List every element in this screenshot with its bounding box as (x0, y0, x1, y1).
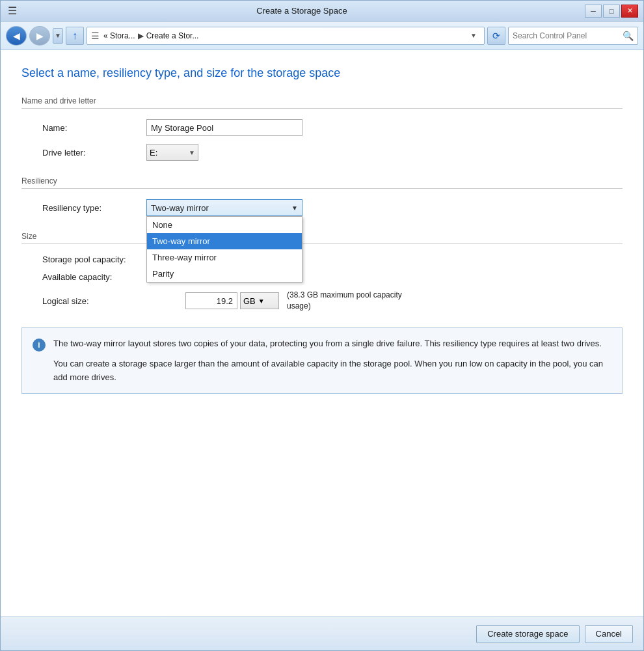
drive-letter-value: E: (150, 148, 189, 158)
resiliency-section: Resiliency Resiliency type: Two-way mirr… (21, 176, 623, 216)
address-separator: ▶ (138, 31, 144, 40)
resiliency-section-header: Resiliency (21, 176, 623, 189)
footer: Create storage space Cancel (1, 616, 643, 650)
name-drive-section: Name and drive letter Name: Drive letter… (21, 96, 623, 161)
resiliency-dropdown-menu: None Two-way mirror Three-way mirror Par… (146, 216, 302, 283)
logical-unit-select[interactable]: GB ▼ (240, 292, 279, 309)
resiliency-option-two-way[interactable]: Two-way mirror (147, 233, 302, 249)
forward-icon: ▶ (36, 31, 44, 41)
resiliency-type-select[interactable]: Two-way mirror ▼ (146, 199, 302, 216)
logical-size-row: Logical size: GB ▼ (38.3 GB maximum pool… (21, 290, 623, 312)
resiliency-option-parity[interactable]: Parity (147, 266, 302, 282)
create-storage-space-button[interactable]: Create storage space (476, 625, 579, 643)
window-controls: ─ □ ✕ (585, 5, 638, 18)
resiliency-dropdown-arrow: ▼ (291, 204, 298, 212)
chevron-down-icon: ▼ (55, 32, 61, 39)
close-button[interactable]: ✕ (621, 5, 638, 18)
maximize-button[interactable]: □ (603, 5, 620, 18)
resiliency-wrapper: Two-way mirror ▼ None Two-way mirror Thr… (146, 199, 302, 216)
up-button[interactable]: ↑ (66, 27, 84, 45)
resiliency-option-none[interactable]: None (147, 217, 302, 233)
refresh-button[interactable]: ⟳ (487, 27, 505, 45)
search-icon[interactable]: 🔍 (623, 31, 634, 41)
size-section-header: Size (21, 232, 623, 244)
logical-unit-value: GB (243, 296, 256, 306)
address-part-1: « Stora... (103, 31, 135, 40)
minimize-button[interactable]: ─ (585, 5, 602, 18)
drive-letter-select[interactable]: E: ▼ (146, 144, 198, 161)
pool-capacity-row: Storage pool capacity: 38.5 GB (21, 255, 623, 264)
logical-size-label: Logical size: (42, 296, 185, 306)
address-text: « Stora... ▶ Create a Stor... (103, 31, 198, 40)
main-window: ☰ Create a Storage Space ─ □ ✕ ◀ ▶ ▼ ↑ ☰… (0, 0, 644, 651)
info-box: i The two-way mirror layout stores two c… (21, 327, 623, 394)
name-row: Name: (21, 119, 623, 136)
window-title: Create a Storage Space (19, 6, 585, 16)
logical-unit-arrow: ▼ (258, 298, 265, 305)
address-bar-icon: ☰ (91, 31, 100, 41)
navigation-bar: ◀ ▶ ▼ ↑ ☰ « Stora... ▶ Create a Stor... … (1, 21, 643, 50)
drive-letter-row: Drive letter: E: ▼ (21, 144, 623, 161)
search-input[interactable] (513, 31, 623, 40)
size-section: Size Storage pool capacity: 38.5 GB Avai… (21, 232, 623, 312)
cancel-button[interactable]: Cancel (585, 625, 633, 643)
back-button[interactable]: ◀ (6, 26, 27, 46)
info-paragraph-1: The two-way mirror layout stores two cop… (53, 337, 611, 351)
refresh-icon: ⟳ (492, 31, 500, 41)
page-heading: Select a name, resiliency type, and size… (21, 66, 623, 81)
info-icon: i (33, 339, 46, 352)
name-input[interactable] (146, 119, 302, 136)
name-drive-section-header: Name and drive letter (21, 96, 623, 109)
up-icon: ↑ (72, 30, 77, 42)
resiliency-option-three-way[interactable]: Three-way mirror (147, 249, 302, 266)
title-bar: ☰ Create a Storage Space ─ □ ✕ (1, 1, 643, 21)
logical-size-note: (38.3 GB maximum pool capacity usage) (287, 290, 417, 312)
window-icon: ☰ (6, 5, 19, 18)
drive-letter-arrow: ▼ (189, 149, 195, 156)
main-content: Select a name, resiliency type, and size… (1, 50, 643, 616)
address-bar[interactable]: ☰ « Stora... ▶ Create a Stor... ▼ (87, 27, 485, 45)
name-label: Name: (42, 123, 146, 133)
search-box: 🔍 (508, 27, 638, 45)
resiliency-type-row: Resiliency type: Two-way mirror ▼ None T… (21, 199, 623, 216)
drive-letter-label: Drive letter: (42, 148, 146, 158)
available-capacity-row: Available capacity: 38.0 GB (21, 272, 623, 282)
address-part-2: Create a Stor... (146, 31, 199, 40)
back-icon: ◀ (13, 31, 20, 41)
info-text: The two-way mirror layout stores two cop… (53, 337, 611, 384)
resiliency-selected-value: Two-way mirror (151, 203, 291, 213)
nav-dropdown-button[interactable]: ▼ (53, 28, 63, 44)
info-paragraph-2: You can create a storage space larger th… (53, 357, 611, 385)
logical-size-input[interactable] (185, 292, 237, 309)
forward-button[interactable]: ▶ (29, 26, 50, 46)
address-dropdown-button[interactable]: ▼ (467, 27, 480, 44)
resiliency-type-label: Resiliency type: (42, 203, 146, 213)
